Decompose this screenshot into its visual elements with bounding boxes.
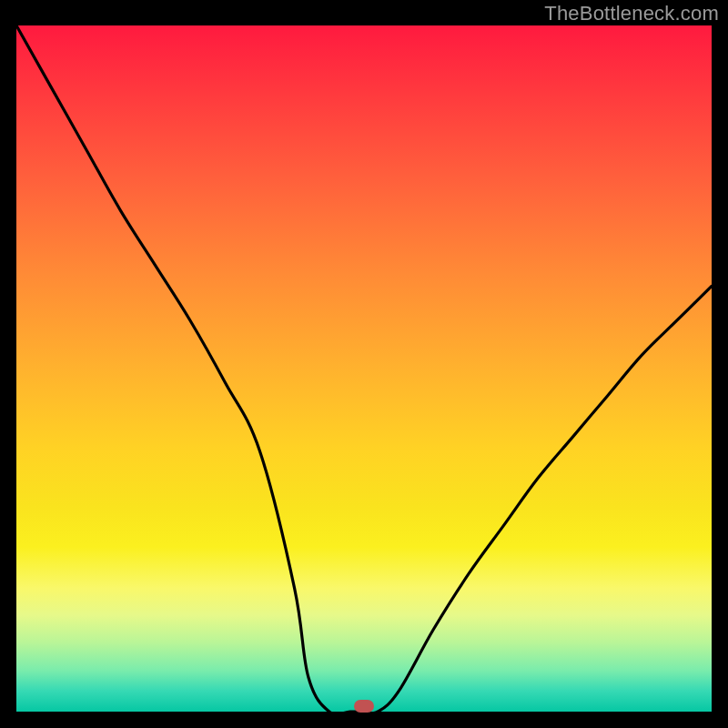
bottleneck-curve (16, 25, 712, 712)
gradient-plot-area (16, 25, 712, 712)
optimal-marker (354, 700, 374, 713)
watermark-text: TheBottleneck.com (544, 2, 719, 25)
chart-frame: TheBottleneck.com (0, 0, 728, 728)
